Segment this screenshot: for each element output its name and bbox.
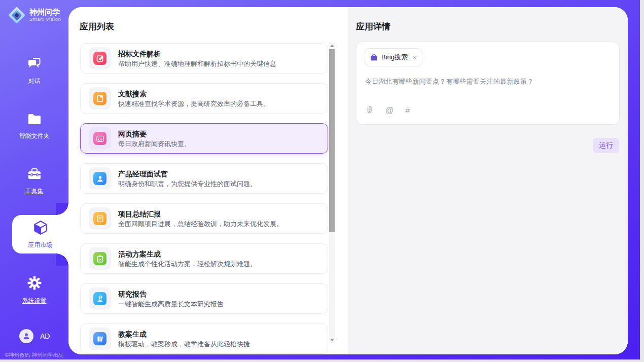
app-desc: 明确身份和职责，为您提供专业性的面试问题。 (118, 180, 257, 187)
brand-logo: 神州问学 Smart Vision (8, 7, 61, 24)
app-name: 网页摘要 (118, 130, 191, 137)
app-card-web-summary[interactable]: 网页摘要 每日政府新闻资讯快查。 (80, 123, 328, 154)
pen-square-icon (93, 52, 106, 65)
chat-icon (27, 57, 42, 73)
app-detail-title: 应用详情 (356, 21, 390, 32)
app-card-bid-parse[interactable]: 招标文件解析 帮助用户快速、准确地理解和解析招标书中的关键信息 (80, 43, 328, 74)
app-card-research-report[interactable]: 研究报告 一键智能生成高质量长文本研究报告 (80, 283, 328, 314)
app-name: 活动方案生成 (118, 250, 257, 258)
app-list-panel: 应用列表 招标文件解析 帮助用户快速、准确地理解和解析招标书中的关键信息 (68, 7, 348, 354)
book-icon (93, 92, 106, 105)
sidebar-item-label: 系统设置 (22, 297, 47, 305)
sidebar-item-settings[interactable]: 系统设置 (0, 275, 68, 305)
app-name: 研究报告 (118, 291, 224, 298)
app-list-title: 应用列表 (80, 21, 114, 32)
brand-tagline: Smart Vision (29, 17, 61, 22)
scrollbar-thumb[interactable] (329, 49, 335, 232)
app-desc: 模板驱动，教案秒成，教学准备从此轻松快捷 (118, 341, 250, 347)
user-account[interactable]: AD (19, 329, 50, 343)
scroll-up-icon[interactable] (329, 42, 335, 49)
browser-code-icon (93, 132, 106, 145)
app-name: 招标文件解析 (118, 50, 276, 57)
app-desc: 快速精准查找学术资源，提高研究效率的必备工具。 (118, 100, 270, 107)
folder-icon (27, 113, 42, 128)
sidebar-item-smart-folder[interactable]: 智能文件夹 (0, 113, 68, 140)
books-icon (93, 332, 106, 345)
sidebar-footer: ©神州数码·神州问学出品 (0, 352, 68, 359)
app-card-event-plan[interactable]: 活动方案生成 智能生成个性化活动方案，轻松解决规划难题。 (80, 243, 328, 274)
sidebar-item-label: 工具集 (25, 187, 44, 196)
tool-tag-label: Bing搜索 (381, 53, 408, 62)
run-button[interactable]: 运行 (593, 138, 619, 153)
gear-icon (27, 275, 42, 293)
app-list-scrollbar[interactable] (329, 42, 335, 343)
toolbox-icon (27, 167, 42, 183)
briefcase-icon (370, 54, 378, 61)
app-desc: 每日政府新闻资讯快查。 (118, 140, 191, 147)
app-name: 文献搜索 (118, 90, 270, 97)
app-name: 项目总结汇报 (118, 210, 283, 218)
user-name: AD (40, 332, 50, 340)
close-icon[interactable]: × (413, 54, 417, 61)
app-desc: 一键智能生成高质量长文本研究报告 (118, 301, 224, 307)
app-name: 产品经理面试官 (118, 170, 257, 177)
main-content: 应用列表 招标文件解析 帮助用户快速、准确地理解和解析招标书中的关键信息 (68, 7, 628, 354)
interviewer-icon (93, 172, 106, 185)
app-list: 招标文件解析 帮助用户快速、准确地理解和解析招标书中的关键信息 文献搜索 快速精… (80, 43, 328, 354)
brand-name: 神州问学 (29, 8, 61, 17)
sidebar-item-toolset[interactable]: 工具集 (0, 167, 68, 196)
app-desc: 智能生成个性化活动方案，轻松解决规划难题。 (118, 261, 257, 267)
app-name: 教案生成 (118, 331, 250, 338)
sidebar-item-label: 应用市场 (28, 241, 53, 249)
note-icon (93, 212, 106, 225)
attachment-toolbar: @ # (366, 105, 410, 116)
app-desc: 帮助用户快速、准确地理解和解析招标书中的关键信息 (118, 60, 276, 67)
app-card-lesson-plan[interactable]: 教案生成 模板驱动，教案秒成，教学准备从此轻松快捷 (80, 323, 328, 354)
clipboard-check-icon (93, 252, 106, 265)
sidebar-item-label: 对话 (28, 77, 41, 86)
prompt-card: Bing搜索 × 今日湖北有哪些新闻要点？有哪些需要关注的最新政策？ @ # (356, 42, 620, 125)
prompt-text[interactable]: 今日湖北有哪些新闻要点？有哪些需要关注的最新政策？ (365, 77, 534, 86)
sidebar: 神州问学 Smart Vision 对话 智能文件夹 (0, 0, 68, 362)
sidebar-item-app-market[interactable]: 应用市场 (12, 215, 68, 254)
at-icon[interactable]: @ (385, 106, 393, 115)
avatar (19, 329, 33, 343)
scroll-down-icon[interactable] (329, 336, 335, 343)
app-card-literature-search[interactable]: 文献搜索 快速精准查找学术资源，提高研究效率的必备工具。 (80, 83, 328, 114)
cube-icon (32, 220, 49, 238)
microscope-icon (93, 292, 106, 305)
sidebar-item-chat[interactable]: 对话 (0, 57, 68, 86)
hash-icon[interactable]: # (405, 106, 410, 115)
app-desc: 全面回顾项目进展，总结经验教训，助力未来优化发展。 (118, 221, 283, 227)
diamond-logo-icon (8, 7, 25, 24)
paperclip-icon[interactable] (366, 105, 374, 116)
tool-tag-bing-search[interactable]: Bing搜索 × (365, 48, 422, 66)
app-card-pm-interviewer[interactable]: 产品经理面试官 明确身份和职责，为您提供专业性的面试问题。 (80, 163, 328, 194)
person-icon (22, 332, 30, 340)
app-card-project-summary[interactable]: 项目总结汇报 全面回顾项目进展，总结经验教训，助力未来优化发展。 (80, 203, 328, 234)
app-detail-panel: 应用详情 Bing搜索 × 今日湖北有哪些新闻要点？有哪些需要关注的最新政策？ … (348, 7, 628, 354)
sidebar-item-label: 智能文件夹 (19, 132, 50, 140)
